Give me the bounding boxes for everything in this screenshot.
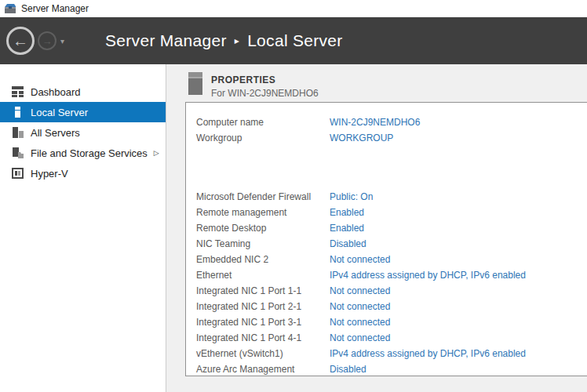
- property-label: vEthernet (vSwitch1): [196, 348, 330, 359]
- history-dropdown-icon[interactable]: ▾: [60, 37, 64, 45]
- sidebar-nav: Dashboard Local Server All Servers File …: [0, 64, 166, 392]
- property-row: Remote management Enabled: [196, 205, 587, 220]
- main-area: Dashboard Local Server All Servers File …: [0, 64, 587, 392]
- property-value-link[interactable]: WORKGROUP: [330, 132, 393, 143]
- property-label: NIC Teaming: [196, 238, 330, 249]
- expand-arrow-icon[interactable]: ▷: [154, 149, 159, 157]
- sidebar-item-all-servers[interactable]: All Servers: [0, 122, 166, 143]
- property-value-link[interactable]: IPv4 address assigned by DHCP, IPv6 enab…: [330, 270, 526, 281]
- property-label: Integrated NIC 1 Port 2-1: [196, 301, 330, 312]
- property-value-link[interactable]: Public: On: [330, 191, 373, 202]
- navigation-bar: ← → ▾ Server Manager ▸ Local Server: [0, 17, 587, 64]
- local-server-icon: [11, 106, 24, 118]
- property-row: Integrated NIC 1 Port 4-1 Not connected: [196, 330, 587, 346]
- properties-subtitle: For WIN-2CJ9NEMDHO6: [211, 88, 319, 99]
- properties-header: PROPERTIES For WIN-2CJ9NEMDHO6: [166, 64, 587, 99]
- property-row: Integrated NIC 1 Port 2-1 Not connected: [196, 299, 587, 314]
- property-label: Integrated NIC 1 Port 1-1: [196, 285, 330, 296]
- back-button[interactable]: ←: [6, 27, 35, 55]
- property-row: Microsoft Defender Firewall Public: On: [196, 189, 587, 205]
- property-value-link[interactable]: Not connected: [330, 332, 390, 343]
- window-title: Server Manager: [21, 3, 89, 14]
- breadcrumb-separator-icon: ▸: [235, 35, 239, 46]
- property-row: vEthernet (vSwitch1) IPv4 address assign…: [196, 346, 587, 361]
- properties-panel: Computer name WIN-2CJ9NEMDHO6 Workgroup …: [185, 102, 587, 376]
- property-label: Workgroup: [196, 132, 330, 143]
- property-row: Computer name WIN-2CJ9NEMDHO6: [196, 114, 587, 130]
- server-tower-icon: [188, 72, 202, 95]
- properties-gap: [196, 146, 587, 189]
- property-row: Embedded NIC 2 Not connected: [196, 252, 587, 267]
- sidebar-item-local-server[interactable]: Local Server: [0, 102, 166, 122]
- property-value-link[interactable]: Disabled: [330, 238, 366, 249]
- property-row: Ethernet IPv4 address assigned by DHCP, …: [196, 267, 587, 283]
- property-value-link[interactable]: WIN-2CJ9NEMDHO6: [330, 117, 420, 128]
- property-label: Microsoft Defender Firewall: [196, 191, 330, 202]
- property-value-link[interactable]: Not connected: [330, 317, 390, 328]
- sidebar-item-dashboard[interactable]: Dashboard: [0, 82, 166, 102]
- property-label: Ethernet: [196, 270, 330, 281]
- server-manager-app-icon: [4, 3, 16, 15]
- property-label: Computer name: [196, 117, 330, 128]
- breadcrumb-local-server[interactable]: Local Server: [247, 31, 343, 50]
- property-row: Integrated NIC 1 Port 1-1 Not connected: [196, 283, 587, 299]
- property-label: Azure Arc Management: [196, 364, 330, 375]
- file-storage-icon: [11, 147, 24, 159]
- property-label: Integrated NIC 1 Port 3-1: [196, 317, 330, 328]
- property-row: Azure Arc Management Disabled: [196, 361, 587, 376]
- window-titlebar: Server Manager: [0, 0, 587, 17]
- property-row: Remote Desktop Enabled: [196, 220, 587, 236]
- sidebar-item-file-and-storage-services[interactable]: File and Storage Services ▷: [0, 143, 166, 163]
- property-value-link[interactable]: Enabled: [330, 223, 364, 234]
- breadcrumb: Server Manager ▸ Local Server: [105, 31, 343, 50]
- property-label: Integrated NIC 1 Port 4-1: [196, 332, 330, 343]
- property-value-link[interactable]: Enabled: [330, 207, 364, 218]
- content-area: PROPERTIES For WIN-2CJ9NEMDHO6 Computer …: [166, 64, 587, 392]
- properties-title: PROPERTIES: [211, 72, 319, 85]
- all-servers-icon: [11, 126, 24, 139]
- property-row: Workgroup WORKGROUP: [196, 130, 587, 146]
- property-value-link[interactable]: Not connected: [330, 254, 390, 265]
- property-label: Remote management: [196, 207, 330, 218]
- property-label: Embedded NIC 2: [196, 254, 330, 265]
- property-label: Remote Desktop: [196, 223, 330, 234]
- dashboard-icon: [11, 85, 24, 98]
- sidebar-item-hyper-v[interactable]: Hyper-V: [0, 163, 166, 183]
- hyperv-icon: [11, 167, 24, 180]
- property-row: Integrated NIC 1 Port 3-1 Not connected: [196, 314, 587, 330]
- breadcrumb-server-manager[interactable]: Server Manager: [105, 31, 227, 50]
- property-value-link[interactable]: Disabled: [330, 364, 366, 375]
- property-value-link[interactable]: IPv4 address assigned by DHCP, IPv6 enab…: [330, 348, 526, 359]
- property-value-link[interactable]: Not connected: [330, 285, 390, 296]
- forward-button[interactable]: →: [38, 31, 57, 50]
- property-row: NIC Teaming Disabled: [196, 236, 587, 252]
- property-value-link[interactable]: Not connected: [330, 301, 390, 312]
